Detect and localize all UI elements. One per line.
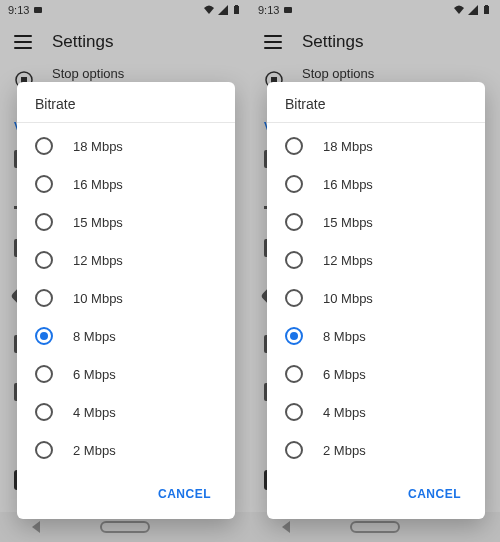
radio-icon bbox=[285, 289, 303, 307]
bitrate-option[interactable]: 6 Mbps bbox=[267, 355, 485, 393]
bitrate-option-label: 10 Mbps bbox=[73, 291, 123, 306]
bitrate-option[interactable]: 4 Mbps bbox=[17, 393, 235, 431]
bitrate-option[interactable]: 12 Mbps bbox=[17, 241, 235, 279]
bitrate-option[interactable]: 10 Mbps bbox=[17, 279, 235, 317]
bitrate-option[interactable]: 2 Mbps bbox=[17, 431, 235, 469]
radio-icon bbox=[285, 403, 303, 421]
cancel-button[interactable]: CANCEL bbox=[398, 481, 471, 507]
bitrate-option[interactable]: 18 Mbps bbox=[17, 127, 235, 165]
bitrate-option[interactable]: 8 Mbps bbox=[267, 317, 485, 355]
bitrate-option-label: 16 Mbps bbox=[73, 177, 123, 192]
radio-icon bbox=[35, 365, 53, 383]
bitrate-options-list: 18 Mbps16 Mbps15 Mbps12 Mbps10 Mbps8 Mbp… bbox=[17, 123, 235, 473]
phone-screen-left: 9:13 Settings Stop options Choose ho bbox=[0, 0, 250, 542]
bitrate-option-label: 6 Mbps bbox=[323, 367, 366, 382]
bitrate-option[interactable]: 15 Mbps bbox=[17, 203, 235, 241]
radio-icon bbox=[285, 137, 303, 155]
radio-icon bbox=[285, 365, 303, 383]
bitrate-option-label: 6 Mbps bbox=[73, 367, 116, 382]
bitrate-dialog: Bitrate 18 Mbps16 Mbps15 Mbps12 Mbps10 M… bbox=[17, 82, 235, 519]
bitrate-option-label: 16 Mbps bbox=[323, 177, 373, 192]
bitrate-option-label: 18 Mbps bbox=[323, 139, 373, 154]
bitrate-options-list: 18 Mbps16 Mbps15 Mbps12 Mbps10 Mbps8 Mbp… bbox=[267, 123, 485, 473]
bitrate-option-label: 12 Mbps bbox=[323, 253, 373, 268]
phone-screen-right: 9:13 Settings Stop options Choose ho bbox=[250, 0, 500, 542]
bitrate-option[interactable]: 18 Mbps bbox=[267, 127, 485, 165]
bitrate-dialog: Bitrate 18 Mbps16 Mbps15 Mbps12 Mbps10 M… bbox=[267, 82, 485, 519]
bitrate-option-label: 2 Mbps bbox=[73, 443, 116, 458]
radio-icon bbox=[35, 137, 53, 155]
bitrate-option[interactable]: 16 Mbps bbox=[267, 165, 485, 203]
radio-icon bbox=[35, 175, 53, 193]
bitrate-option[interactable]: 16 Mbps bbox=[17, 165, 235, 203]
bitrate-option[interactable]: 15 Mbps bbox=[267, 203, 485, 241]
radio-icon bbox=[285, 441, 303, 459]
bitrate-option-label: 18 Mbps bbox=[73, 139, 123, 154]
radio-icon bbox=[285, 175, 303, 193]
radio-icon bbox=[35, 327, 53, 345]
bitrate-option-label: 12 Mbps bbox=[73, 253, 123, 268]
bitrate-option-label: 8 Mbps bbox=[73, 329, 116, 344]
dialog-title: Bitrate bbox=[17, 82, 235, 122]
cancel-button[interactable]: CANCEL bbox=[148, 481, 221, 507]
radio-icon bbox=[35, 441, 53, 459]
radio-icon bbox=[35, 289, 53, 307]
bitrate-option-label: 15 Mbps bbox=[323, 215, 373, 230]
bitrate-option-label: 8 Mbps bbox=[323, 329, 366, 344]
radio-icon bbox=[285, 251, 303, 269]
bitrate-option-label: 15 Mbps bbox=[73, 215, 123, 230]
radio-icon bbox=[285, 213, 303, 231]
bitrate-option[interactable]: 2 Mbps bbox=[267, 431, 485, 469]
radio-icon bbox=[35, 213, 53, 231]
bitrate-option-label: 2 Mbps bbox=[323, 443, 366, 458]
bitrate-option[interactable]: 10 Mbps bbox=[267, 279, 485, 317]
radio-icon bbox=[35, 251, 53, 269]
bitrate-option[interactable]: 6 Mbps bbox=[17, 355, 235, 393]
bitrate-option-label: 4 Mbps bbox=[323, 405, 366, 420]
bitrate-option-label: 10 Mbps bbox=[323, 291, 373, 306]
dialog-title: Bitrate bbox=[267, 82, 485, 122]
bitrate-option[interactable]: 12 Mbps bbox=[267, 241, 485, 279]
radio-icon bbox=[285, 327, 303, 345]
bitrate-option[interactable]: 4 Mbps bbox=[267, 393, 485, 431]
bitrate-option-label: 4 Mbps bbox=[73, 405, 116, 420]
radio-icon bbox=[35, 403, 53, 421]
bitrate-option[interactable]: 8 Mbps bbox=[17, 317, 235, 355]
